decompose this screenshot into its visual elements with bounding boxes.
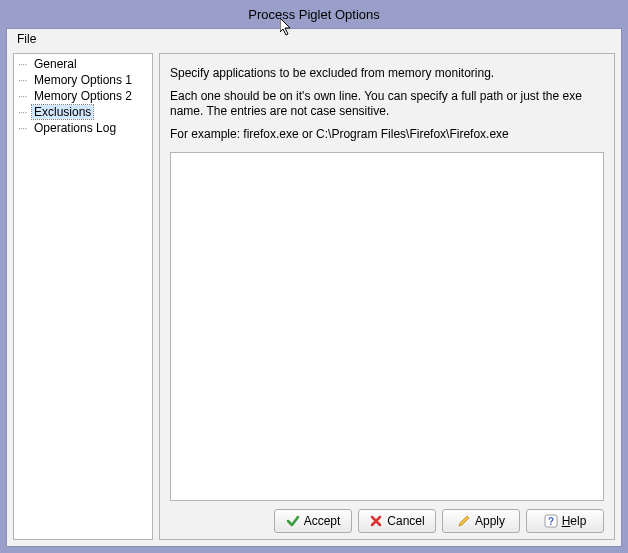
tree-label: General	[32, 57, 79, 71]
apply-button[interactable]: Apply	[442, 509, 520, 533]
options-window: Process Piglet Options File ···· General…	[0, 0, 628, 553]
button-row: Accept Cancel Apply	[170, 501, 604, 533]
tree-branch-icon: ····	[18, 59, 32, 69]
window-title: Process Piglet Options	[248, 7, 380, 22]
help-icon: ?	[544, 514, 558, 528]
tree-branch-icon: ····	[18, 91, 32, 101]
desc-line-2: Each one should be on it's own line. You…	[170, 89, 604, 119]
tree-item-operations-log[interactable]: ···· Operations Log	[14, 120, 152, 136]
menu-file[interactable]: File	[9, 30, 44, 48]
tree-label: Operations Log	[32, 121, 118, 135]
menubar: File	[7, 29, 621, 49]
svg-text:?: ?	[548, 516, 554, 527]
button-label: Accept	[304, 514, 341, 528]
tree-item-memory-1[interactable]: ···· Memory Options 1	[14, 72, 152, 88]
exclusions-textarea-wrap	[170, 152, 604, 501]
tree-label: Exclusions	[32, 105, 93, 119]
cross-icon	[369, 514, 383, 528]
tree-item-exclusions[interactable]: ···· Exclusions	[14, 104, 152, 120]
tree-branch-icon: ····	[18, 75, 32, 85]
tree-item-general[interactable]: ···· General	[14, 56, 152, 72]
desc-line-3: For example: firefox.exe or C:\Program F…	[170, 127, 604, 142]
titlebar: Process Piglet Options	[0, 0, 628, 28]
exclusions-textarea[interactable]	[170, 152, 604, 501]
tree-item-memory-2[interactable]: ···· Memory Options 2	[14, 88, 152, 104]
button-label: Apply	[475, 514, 505, 528]
tree-label: Memory Options 2	[32, 89, 134, 103]
desc-line-1: Specify applications to be excluded from…	[170, 66, 604, 81]
button-label: Cancel	[387, 514, 424, 528]
accept-button[interactable]: Accept	[274, 509, 352, 533]
tree-branch-icon: ····	[18, 107, 32, 117]
category-tree[interactable]: ···· General ···· Memory Options 1 ···· …	[13, 53, 153, 540]
cancel-button[interactable]: Cancel	[358, 509, 436, 533]
tree-branch-icon: ····	[18, 123, 32, 133]
pencil-icon	[457, 514, 471, 528]
check-icon	[286, 514, 300, 528]
button-label: Help	[562, 514, 587, 528]
tree-label: Memory Options 1	[32, 73, 134, 87]
client-area: File ···· General ···· Memory Options 1 …	[6, 28, 622, 547]
exclusions-panel: Specify applications to be excluded from…	[159, 53, 615, 540]
content-split: ···· General ···· Memory Options 1 ···· …	[7, 49, 621, 546]
help-button[interactable]: ? Help	[526, 509, 604, 533]
